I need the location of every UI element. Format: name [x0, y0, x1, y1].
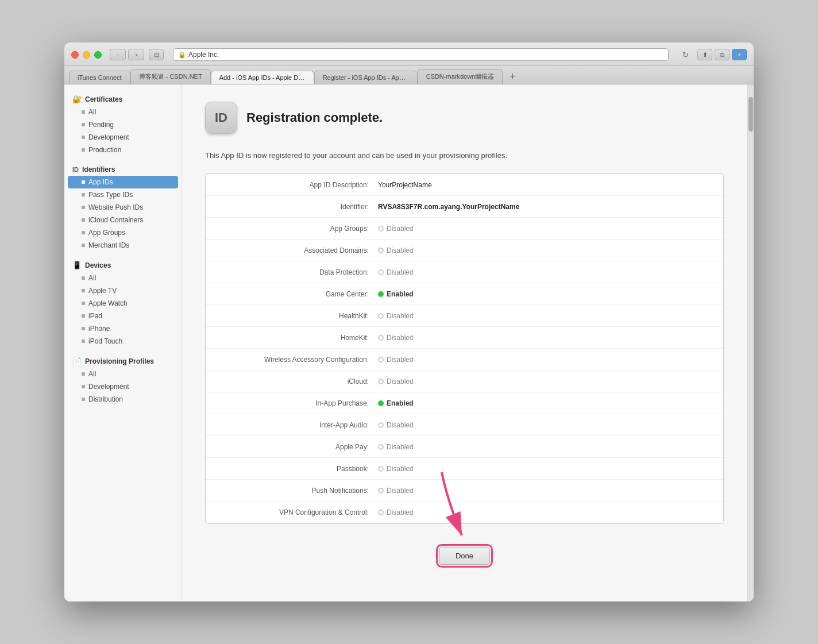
sidebar-item-label: Development [88, 133, 129, 141]
tab-add-ios[interactable]: Add - iOS App IDs - Apple Developer [211, 71, 314, 84]
sidebar-item-ipad[interactable]: iPad [64, 310, 182, 322]
sidebar-item-apple-watch[interactable]: Apple Watch [64, 297, 182, 310]
certificates-icon: 🔐 [72, 95, 82, 103]
bullet-icon [82, 289, 85, 292]
status-text: Disabled [387, 312, 414, 320]
bullet-icon [82, 193, 85, 196]
status-disabled: Disabled [378, 356, 414, 364]
sidebar-item-label: Apple TV [88, 287, 117, 295]
scrollbar-thumb[interactable] [748, 97, 753, 132]
enabled-dot [378, 291, 384, 297]
sidebar-item-website-push-ids[interactable]: Website Push IDs [64, 201, 182, 214]
url-bar[interactable]: 🔒 Apple Inc. [173, 48, 669, 61]
tab-csdn-md[interactable]: CSDN-markdown编辑器 [418, 69, 503, 84]
sidebar-item-label: Website Push IDs [88, 203, 143, 211]
sidebar-item-development-certs[interactable]: Development [64, 131, 182, 144]
sidebar-item-all-devices[interactable]: All [64, 272, 182, 284]
sidebar-item-label: Distribution [88, 395, 123, 403]
refresh-icon: ↻ [682, 51, 689, 59]
sidebar-item-label: All [88, 370, 96, 378]
sidebar-item-pending[interactable]: Pending [64, 118, 182, 131]
sidebar-item-iphone[interactable]: iPhone [64, 322, 182, 335]
bullet-icon [82, 385, 85, 388]
add-tab-button[interactable]: + [505, 69, 520, 84]
back-icon: ‹ [117, 51, 119, 58]
detail-row-app-id-desc: App ID Description: YourProjectName [206, 174, 723, 196]
sidebar-item-production[interactable]: Production [64, 144, 182, 156]
scrollbar[interactable] [747, 84, 754, 601]
status-enabled: Enabled [378, 290, 414, 298]
sidebar-item-dev-profiles[interactable]: Development [64, 380, 182, 393]
status-disabled: Disabled [378, 508, 414, 516]
sidebar-item-apple-tv[interactable]: Apple TV [64, 284, 182, 297]
details-box: App ID Description: YourProjectName Iden… [205, 173, 724, 524]
sidebar-section-profiles: 📄 Provisioning Profiles [64, 352, 182, 368]
done-button[interactable]: Done [439, 547, 490, 565]
maximize-button[interactable] [94, 51, 102, 59]
share-button[interactable]: ⬆ [697, 49, 712, 60]
detail-row-inter-app-audio: Inter-App Audio: Disabled [206, 414, 723, 436]
sidebar-item-all-profiles[interactable]: All [64, 368, 182, 380]
registration-header: ID Registration complete. [205, 102, 724, 134]
close-button[interactable] [71, 51, 79, 59]
sidebar-item-pass-type-ids[interactable]: Pass Type IDs [64, 188, 182, 201]
detail-label: HomeKit: [217, 334, 378, 342]
disabled-dot [378, 313, 384, 319]
sidebar-item-label: Development [88, 383, 129, 391]
refresh-button[interactable]: ↻ [678, 49, 693, 60]
back-button[interactable]: ‹ [110, 49, 126, 60]
detail-label: HealthKit: [217, 312, 378, 320]
minimize-button[interactable] [83, 51, 90, 59]
tab-csdn[interactable]: 博客频道 - CSDN.NET [130, 69, 211, 84]
forward-button[interactable]: › [128, 49, 144, 60]
sidebar-item-all-certs[interactable]: All [64, 106, 182, 118]
profiles-icon: 📄 [72, 357, 82, 365]
detail-label: Passbook: [217, 465, 378, 473]
devices-label: Devices [85, 261, 111, 269]
sidebar-item-distribution[interactable]: Distribution [64, 393, 182, 406]
bullet-icon [82, 123, 85, 126]
status-text: Enabled [387, 399, 414, 407]
bullet-icon [82, 180, 85, 184]
status-disabled: Disabled [378, 377, 414, 385]
disabled-dot [378, 444, 384, 450]
detail-label: App Groups: [217, 225, 378, 233]
devices-icon: 📱 [72, 261, 82, 269]
status-text: Disabled [387, 356, 414, 364]
disabled-dot [378, 466, 384, 472]
sidebar-item-label: All [88, 274, 96, 282]
toolbar-right: ⬆ ⧉ + [697, 49, 747, 60]
sidebar-item-app-groups[interactable]: App Groups [64, 226, 182, 239]
bullet-icon [82, 398, 85, 401]
sidebar-item-icloud-containers[interactable]: iCloud Containers [64, 214, 182, 226]
tabs-bar: iTunes Connect 博客频道 - CSDN.NET Add - iOS… [64, 66, 754, 84]
registration-title: Registration complete. [246, 110, 383, 125]
bullet-icon [82, 244, 85, 247]
sidebar-item-app-ids[interactable]: App IDs [68, 176, 178, 188]
detail-label: iCloud: [217, 377, 378, 385]
disabled-dot [378, 422, 384, 428]
tab-itunes[interactable]: iTunes Connect [69, 71, 130, 84]
status-text: Disabled [387, 334, 414, 342]
sidebar-item-label: Merchant IDs [88, 241, 129, 249]
tab-register-ios[interactable]: Register - iOS App IDs - Apple Developer [314, 71, 418, 84]
detail-label: Game Center: [217, 290, 378, 298]
sidebar-item-merchant-ids[interactable]: Merchant IDs [64, 239, 182, 252]
detail-row-vpn: VPN Configuration & Control: Disabled [206, 502, 723, 523]
tab-view-button[interactable]: ⧉ [715, 49, 730, 60]
bullet-icon [82, 327, 85, 330]
disabled-dot [378, 357, 384, 363]
sidebar-section-devices: 📱 Devices [64, 256, 182, 272]
status-disabled: Disabled [378, 421, 414, 429]
reader-button[interactable]: ⊟ [149, 49, 164, 60]
new-tab-button[interactable]: + [732, 49, 747, 60]
detail-row-data-protection: Data Protection: Disabled [206, 261, 723, 283]
status-disabled: Disabled [378, 334, 414, 342]
reader-icon: ⊟ [154, 51, 159, 59]
bullet-icon [82, 136, 85, 139]
sidebar-item-label: iPad [88, 312, 102, 320]
identifiers-label: Identifiers [82, 165, 115, 173]
detail-row-healthkit: HealthKit: Disabled [206, 305, 723, 327]
sidebar-item-label: Apple Watch [88, 299, 128, 307]
sidebar-item-ipod-touch[interactable]: iPod Touch [64, 335, 182, 348]
